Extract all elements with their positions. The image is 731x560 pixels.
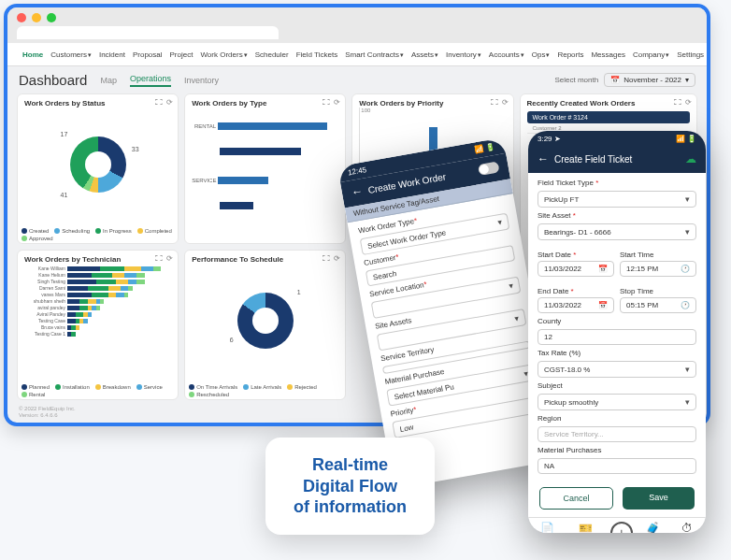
- document-icon: 📄: [540, 522, 554, 533]
- mobile-create-field-ticket: 3:29 ➤ 📶 🔋 ← Create Field Ticket ☁ Field…: [528, 131, 706, 533]
- tech-legend: Planned Installation Breakdown Service R…: [22, 384, 174, 397]
- card-technician: Work Orders by Technician ⛶⟳ Kane Willia…: [17, 250, 179, 400]
- input-stop-time[interactable]: 05:15 PM🕐: [620, 297, 696, 313]
- browser-tab[interactable]: [17, 26, 279, 39]
- label-subject: Subject: [538, 381, 696, 390]
- box-icon: 🧳: [646, 522, 660, 533]
- label-stop-time: Stop Time: [620, 287, 653, 295]
- nav-ops[interactable]: Ops: [532, 50, 551, 59]
- callout-box: Real-time Digital Flow of information: [265, 438, 435, 535]
- input-material-purchases[interactable]: NA: [538, 458, 696, 474]
- nav-inventory[interactable]: Inventory: [446, 50, 481, 59]
- calendar-icon: 📅: [598, 265, 608, 273]
- nav-project[interactable]: Project: [170, 50, 194, 59]
- dashboard-header: Dashboard Map Operations Inventory Selec…: [7, 66, 707, 93]
- phone-status-bar: 3:29 ➤ 📶 🔋: [528, 131, 706, 147]
- expand-icon[interactable]: ⛶: [674, 98, 681, 107]
- cloud-sync-icon[interactable]: ☁: [685, 152, 696, 165]
- nav-assets[interactable]: Assets: [411, 50, 438, 59]
- bottom-tab-bar: 📄Work Order 🎫Field Tickets + 🧳Inventory …: [528, 517, 706, 533]
- refresh-icon[interactable]: ⟳: [334, 98, 340, 107]
- select-site-asset[interactable]: Bearings- D1 - 6666▾: [538, 223, 696, 240]
- back-icon[interactable]: ←: [538, 152, 549, 165]
- nav-settings[interactable]: Settings: [677, 50, 704, 59]
- input-region[interactable]: Service Territory...: [538, 426, 696, 442]
- phone-header: ← Create Field Ticket ☁: [528, 147, 706, 173]
- maximize-icon[interactable]: [47, 13, 56, 22]
- card-title: Work Orders by Type: [192, 99, 338, 108]
- refresh-icon[interactable]: ⟳: [502, 98, 509, 107]
- card-title: Work Orders by Priority: [359, 99, 506, 108]
- refresh-icon[interactable]: ⟳: [334, 254, 340, 263]
- month-picker[interactable]: 📅 November - 2022 ▾: [604, 73, 695, 87]
- input-subject[interactable]: Pickup smoothly▾: [538, 394, 696, 410]
- expand-icon[interactable]: ⛶: [155, 98, 163, 107]
- signal-icon: 📶 🔋: [474, 143, 495, 155]
- type-bar-chart: RENTAL SERVICE: [192, 108, 338, 221]
- plus-icon: +: [610, 522, 633, 533]
- input-start-date[interactable]: 11/03/2022📅: [538, 261, 614, 277]
- nav-scheduler[interactable]: Scheduler: [255, 50, 289, 59]
- nav-incident[interactable]: Incident: [99, 50, 125, 59]
- tab-field-tickets[interactable]: 🎫Field Tickets: [570, 522, 601, 533]
- input-start-time[interactable]: 12:15 PM🕐: [620, 261, 696, 277]
- tab-add[interactable]: +: [610, 522, 633, 533]
- clock-icon: 🕐: [681, 265, 690, 273]
- minimize-icon[interactable]: [32, 13, 41, 22]
- card-title: Work Orders by Technician: [24, 255, 171, 264]
- window-controls: [7, 7, 707, 26]
- label-start-date: Start Date *: [538, 251, 576, 259]
- top-nav: Home Customers Incident Proposal Project…: [7, 43, 707, 66]
- label-material-purchases: Material Purchases: [538, 446, 696, 454]
- save-button[interactable]: Save: [623, 487, 695, 510]
- status-legend: Created Scheduling In Progress Completed…: [22, 228, 174, 241]
- card-title: Performance To Schedule: [192, 255, 338, 264]
- tab-operations[interactable]: Operations: [130, 74, 171, 87]
- month-value: November - 2022: [624, 76, 681, 84]
- tab-time-clock[interactable]: ⏱Time Clock: [673, 522, 701, 533]
- nav-customers[interactable]: Customers: [50, 50, 92, 59]
- cancel-button[interactable]: Cancel: [539, 487, 613, 510]
- tab-map[interactable]: Map: [100, 76, 117, 85]
- card-title: Work Orders by Status: [24, 99, 171, 108]
- nav-reports[interactable]: Reports: [557, 50, 583, 59]
- refresh-icon[interactable]: ⟳: [166, 98, 173, 107]
- expand-icon[interactable]: ⛶: [322, 98, 330, 107]
- label-tax-rate: Tax Rate (%): [538, 349, 696, 357]
- toggle-switch[interactable]: [478, 161, 500, 176]
- label-end-date: End Date *: [538, 287, 574, 295]
- nav-accounts[interactable]: Accounts: [489, 50, 524, 59]
- select-tax-rate[interactable]: CGST-18.0 %▾: [538, 361, 696, 378]
- refresh-icon[interactable]: ⟳: [685, 98, 692, 107]
- technician-bar-chart: Kane WilliamKane HeliumSingh TestingDarr…: [24, 264, 171, 377]
- location-icon: ➤: [554, 135, 561, 143]
- nav-smartcontracts[interactable]: Smart Contracts: [345, 50, 404, 59]
- nav-home[interactable]: Home: [22, 50, 43, 59]
- nav-fieldtickets[interactable]: Field Tickets: [296, 50, 337, 59]
- nav-proposal[interactable]: Proposal: [133, 50, 163, 59]
- input-end-date[interactable]: 11/03/2022📅: [538, 297, 614, 313]
- nav-workorders[interactable]: Work Orders: [200, 50, 247, 59]
- recent-wo-header[interactable]: Work Order # 3124: [527, 111, 691, 123]
- close-icon[interactable]: [17, 13, 26, 22]
- label-county: County: [538, 317, 696, 325]
- form-actions: Cancel Save: [528, 480, 706, 517]
- expand-icon[interactable]: ⛶: [155, 254, 163, 263]
- select-ticket-type[interactable]: PickUp FT▾: [538, 191, 696, 208]
- back-icon[interactable]: ←: [351, 184, 364, 199]
- calendar-icon: 📅: [610, 76, 620, 84]
- refresh-icon[interactable]: ⟳: [166, 254, 173, 263]
- status-donut-chart: 17 33 41: [70, 136, 126, 193]
- expand-icon[interactable]: ⛶: [322, 254, 330, 263]
- tab-work-order[interactable]: 📄Work Order: [533, 522, 562, 533]
- footer: © 2022 FieldEquip Inc. Version: 6.4.6.6: [19, 406, 76, 419]
- tab-inventory[interactable]: Inventory: [184, 76, 219, 85]
- nav-company[interactable]: Company: [633, 50, 669, 59]
- input-county[interactable]: 12: [538, 329, 696, 345]
- tab-inventory[interactable]: 🧳Inventory: [641, 522, 665, 533]
- expand-icon[interactable]: ⛶: [491, 98, 498, 107]
- card-performance: Performance To Schedule ⛶⟳ 1 6 On Time A…: [184, 250, 346, 400]
- nav-messages[interactable]: Messages: [591, 50, 624, 59]
- phone-time: 3:29: [538, 135, 552, 143]
- label-region: Region: [538, 414, 696, 423]
